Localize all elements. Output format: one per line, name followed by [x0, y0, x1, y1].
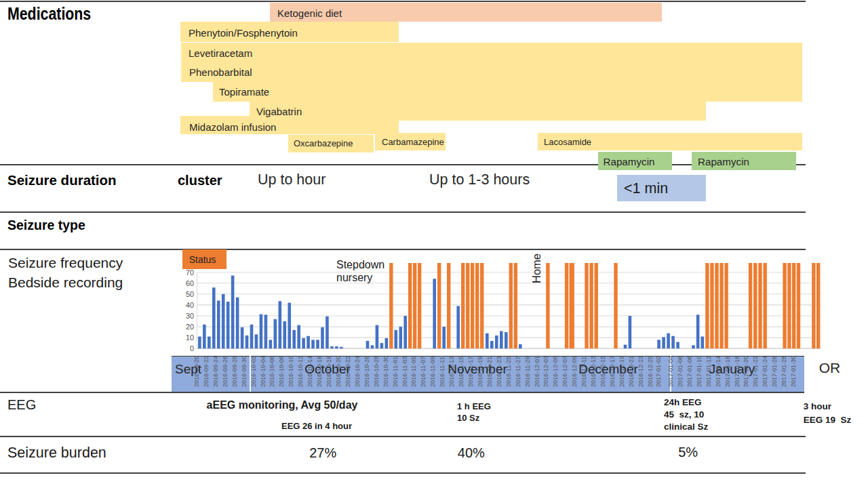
- svg-text:2017-01-02: 2017-01-02: [655, 356, 662, 387]
- svg-text:2016-11-05: 2016-11-05: [410, 357, 417, 387]
- svg-text:10: 10: [186, 333, 194, 342]
- svg-text:2016-12-01: 2016-12-01: [534, 356, 540, 387]
- svg-text:2016-12-03: 2016-12-03: [542, 356, 549, 387]
- svg-text:60: 60: [186, 279, 194, 287]
- svg-text:2016-10-30: 2016-10-30: [382, 356, 389, 387]
- svg-text:2016-09-26: 2016-09-26: [222, 356, 229, 387]
- svg-text:2016-10-04: 2016-10-04: [260, 356, 267, 387]
- svg-text:40: 40: [186, 301, 194, 309]
- svg-text:2017-01-26: 2017-01-26: [771, 356, 778, 387]
- svg-text:0: 0: [190, 344, 194, 352]
- svg-text:2016-11-27: 2016-11-27: [515, 357, 521, 387]
- svg-text:2017-01-04: 2017-01-04: [667, 356, 674, 387]
- svg-text:2016-09-30: 2016-09-30: [241, 356, 248, 387]
- svg-text:2017-01-08: 2017-01-08: [686, 356, 693, 387]
- svg-text:50: 50: [186, 290, 194, 298]
- svg-text:2016-12-23: 2016-12-23: [637, 356, 644, 387]
- svg-text:2016-10-26: 2016-10-26: [363, 356, 370, 387]
- svg-text:2016-09-24: 2016-09-24: [212, 356, 219, 387]
- svg-text:2016-10-24: 2016-10-24: [354, 356, 361, 387]
- svg-text:2016-12-05: 2016-12-05: [552, 356, 559, 387]
- svg-text:2016-12-09: 2016-12-09: [571, 356, 578, 387]
- svg-text:20: 20: [186, 323, 194, 331]
- svg-text:2017-01-28: 2017-01-28: [781, 356, 787, 387]
- svg-text:2016-11-11: 2016-11-11: [439, 357, 446, 387]
- svg-text:2016-12-07: 2016-12-07: [561, 356, 568, 387]
- svg-text:2016-10-28: 2016-10-28: [373, 356, 380, 387]
- svg-text:2016-11-29: 2016-11-29: [524, 357, 531, 387]
- svg-text:2016-11-03: 2016-11-03: [401, 357, 408, 387]
- svg-text:2016-10-10: 2016-10-10: [288, 356, 294, 387]
- svg-text:2017-01-06: 2017-01-06: [677, 356, 684, 387]
- svg-text:2016-09-22: 2016-09-22: [203, 356, 210, 387]
- svg-text:2016-09-28: 2016-09-28: [231, 356, 238, 387]
- svg-text:2017-01-24: 2017-01-24: [762, 356, 768, 387]
- svg-text:2016-10-06: 2016-10-06: [269, 356, 275, 387]
- svg-text:2016-11-01: 2016-11-01: [392, 357, 399, 387]
- svg-text:2016-10-02: 2016-10-02: [250, 356, 257, 387]
- svg-text:2016-12-25: 2016-12-25: [647, 356, 654, 387]
- svg-text:70: 70: [186, 268, 194, 277]
- svg-text:2016-10-12: 2016-10-12: [297, 356, 304, 387]
- svg-text:2016-10-08: 2016-10-08: [278, 356, 285, 387]
- svg-text:2017-01-10: 2017-01-10: [696, 356, 703, 387]
- svg-text:30: 30: [186, 312, 194, 320]
- svg-text:2016-11-07: 2016-11-07: [420, 357, 427, 387]
- svg-text:2017-01-30: 2017-01-30: [790, 356, 797, 387]
- svg-text:2016-11-09: 2016-11-09: [429, 357, 436, 387]
